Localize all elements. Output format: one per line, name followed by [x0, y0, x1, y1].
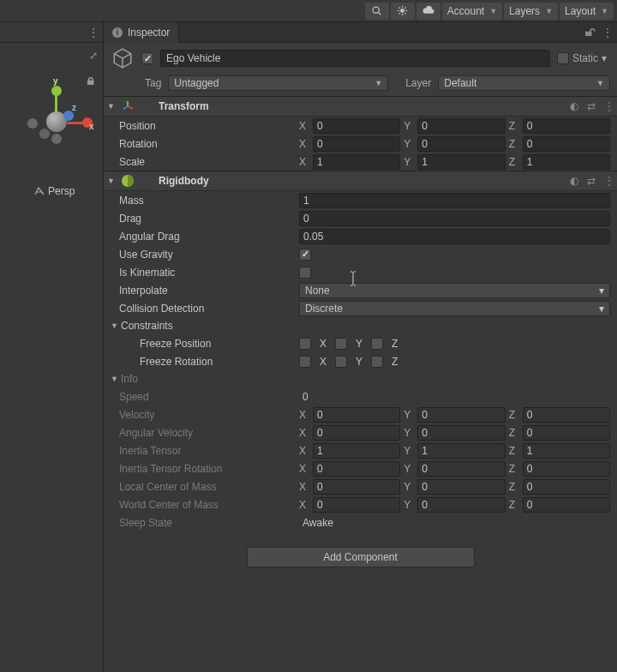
- chevron-down-icon: ▼: [545, 7, 553, 15]
- component-header-transform[interactable]: ▼ Transform ◐ ⇄ ⋮: [104, 96, 617, 117]
- preset-icon[interactable]: ⇄: [587, 100, 596, 112]
- mass-input[interactable]: 1: [299, 193, 610, 208]
- scale-x-input[interactable]: 1: [313, 154, 400, 170]
- rotation-label: Rotation: [119, 138, 299, 150]
- freeze-rot-y-checkbox[interactable]: [335, 356, 347, 368]
- add-component-button[interactable]: Add Component: [247, 547, 475, 567]
- object-name-input[interactable]: Ego Vehicle: [160, 50, 550, 67]
- layers-dropdown[interactable]: Layers▼: [504, 3, 558, 20]
- interpolate-dropdown[interactable]: None▾: [299, 283, 610, 298]
- kebab-icon[interactable]: ⋮: [604, 100, 614, 112]
- svg-line-9: [399, 13, 400, 14]
- foldout-icon[interactable]: ▼: [111, 321, 119, 330]
- velocity-z: 0: [523, 407, 610, 423]
- expand-icon[interactable]: ⤢: [89, 50, 98, 62]
- tab-inspector[interactable]: i Inspector: [104, 22, 179, 43]
- velocity-x: 0: [313, 407, 400, 423]
- lock-icon[interactable]: 🔓︎: [585, 27, 596, 39]
- help-icon[interactable]: ◐: [570, 175, 578, 187]
- collision-detection-label: Collision Detection: [119, 303, 299, 315]
- chevron-down-icon: ▾: [599, 303, 604, 315]
- freeze-pos-z-checkbox[interactable]: [371, 338, 383, 350]
- scale-z-input[interactable]: 1: [523, 154, 610, 170]
- position-z-input[interactable]: 0: [523, 118, 610, 134]
- search-icon[interactable]: [365, 3, 389, 20]
- info-icon: i: [112, 27, 123, 38]
- tab-label: Inspector: [128, 27, 170, 39]
- layers-label: Layers: [509, 5, 540, 17]
- light-icon[interactable]: [391, 3, 415, 20]
- is-kinematic-label: Is Kinematic: [119, 267, 299, 279]
- use-gravity-label: Use Gravity: [119, 249, 299, 261]
- projection-toggle[interactable]: Persp: [34, 185, 75, 197]
- wcom-z: 0: [523, 497, 610, 513]
- foldout-icon[interactable]: ▼: [111, 375, 119, 383]
- inertia-tensor-label: Inertia Tensor: [119, 445, 299, 457]
- wcom-x: 0: [313, 497, 400, 513]
- position-y-input[interactable]: 0: [417, 118, 505, 134]
- static-label: Static: [572, 52, 598, 64]
- wcom-y: 0: [417, 497, 505, 513]
- inertia-tensor-rotation-label: Inertia Tensor Rotation: [119, 463, 299, 475]
- static-checkbox[interactable]: [557, 52, 569, 64]
- rotation-x-input[interactable]: 0: [313, 136, 400, 152]
- kebab-icon[interactable]: ⋮: [88, 27, 98, 39]
- account-dropdown[interactable]: Account▼: [442, 3, 502, 20]
- lcom-y: 0: [417, 479, 505, 495]
- freeze-rotation-label: Freeze Rotation: [140, 356, 299, 368]
- angular-drag-label: Angular Drag: [119, 231, 299, 243]
- svg-point-2: [400, 9, 404, 13]
- transform-icon: [121, 99, 135, 113]
- foldout-icon[interactable]: ▼: [107, 177, 116, 185]
- gameobject-icon[interactable]: [111, 46, 135, 70]
- angular-drag-input[interactable]: 0.05: [299, 229, 610, 244]
- freeze-pos-y-checkbox[interactable]: [335, 338, 347, 350]
- freeze-rot-x-checkbox[interactable]: [299, 356, 311, 368]
- foldout-icon[interactable]: ▼: [107, 102, 116, 111]
- rotation-z-input[interactable]: 0: [523, 136, 610, 152]
- rotation-y-input[interactable]: 0: [417, 136, 505, 152]
- tensor-y: 1: [417, 443, 505, 459]
- use-gravity-checkbox[interactable]: [299, 249, 311, 261]
- component-header-rigidbody[interactable]: ▼ Rigidbody ◐ ⇄ ⋮: [104, 171, 617, 191]
- constraints-label: Constraints: [121, 320, 173, 332]
- cloud-icon[interactable]: [416, 3, 440, 20]
- drag-input[interactable]: 0: [299, 211, 610, 226]
- axis-z-label: z: [72, 103, 76, 112]
- info-label: Info: [121, 373, 138, 385]
- layout-dropdown[interactable]: Layout▼: [560, 3, 614, 20]
- kebab-icon[interactable]: ⋮: [604, 175, 614, 187]
- tag-dropdown[interactable]: Untagged▼: [168, 75, 388, 91]
- local-com-label: Local Center of Mass: [119, 481, 299, 493]
- axis-y-label: y: [53, 76, 58, 86]
- tensor-x: 1: [313, 443, 400, 459]
- position-x-input[interactable]: 0: [313, 118, 400, 134]
- component-title: Transform: [159, 100, 209, 112]
- collision-dropdown[interactable]: Discrete▾: [299, 301, 610, 316]
- position-label: Position: [119, 120, 299, 132]
- freeze-pos-x-checkbox[interactable]: [299, 338, 311, 350]
- preset-icon[interactable]: ⇄: [587, 175, 596, 187]
- sleep-state-label: Sleep State: [119, 517, 299, 529]
- kebab-icon[interactable]: ⋮: [602, 27, 612, 39]
- layer-dropdown[interactable]: Default▼: [438, 75, 610, 91]
- chevron-down-icon: ▼: [596, 79, 604, 87]
- rigidbody-icon: [121, 174, 135, 188]
- freeze-rot-z-checkbox[interactable]: [371, 356, 383, 368]
- velocity-y: 0: [417, 407, 505, 423]
- static-dropdown[interactable]: ▾: [602, 54, 610, 63]
- scale-y-input[interactable]: 1: [417, 154, 505, 170]
- svg-line-1: [379, 13, 381, 15]
- tag-label: Tag: [145, 77, 161, 89]
- active-checkbox[interactable]: [141, 52, 153, 64]
- chevron-down-icon: ▼: [601, 7, 608, 15]
- svg-line-10: [404, 7, 405, 8]
- tag-layer-row: Tag Untagged▼ Layer Default▼: [104, 74, 617, 96]
- orientation-gizmo[interactable]: x y z: [22, 82, 91, 151]
- scene-view-header: ⋮: [0, 22, 103, 43]
- mass-label: Mass: [119, 195, 299, 207]
- help-icon[interactable]: ◐: [570, 100, 578, 112]
- svg-line-7: [399, 7, 400, 8]
- component-title: Rigidbody: [159, 175, 209, 187]
- is-kinematic-checkbox[interactable]: [299, 267, 311, 279]
